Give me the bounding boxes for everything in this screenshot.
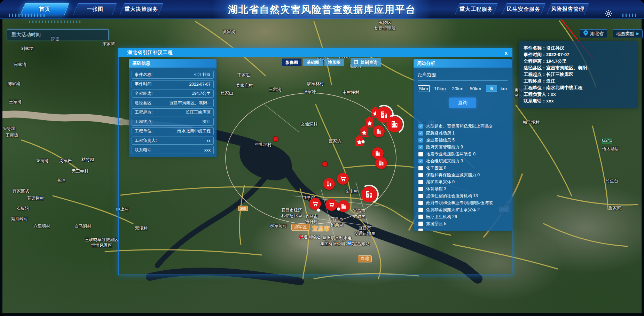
- checkbox[interactable]: ✓: [418, 145, 423, 149]
- checkbox[interactable]: [418, 173, 423, 177]
- location-pin-icon: [583, 30, 588, 37]
- range-option[interactable]: 5km: [418, 85, 430, 92]
- event-info-row: 事件时间：2022-07-07: [524, 51, 633, 58]
- nav-tab[interactable]: 重大决策服务: [122, 3, 161, 15]
- category-label: 政府灾害管理能力 9: [426, 144, 463, 150]
- event-info-row: 联系电话：xxx: [524, 98, 633, 104]
- tab-label: 重大工程服务: [457, 3, 495, 15]
- category-list: ✓大型超市、百货店和亿元以上商品交✓应急避难场所 1✓企业基础信息 5✓政府灾害…: [418, 123, 512, 231]
- checkbox[interactable]: ✓: [418, 124, 423, 129]
- category-item[interactable]: 化工园区 0: [418, 164, 512, 171]
- info-row: 工程负责人:xx: [132, 137, 214, 145]
- category-label: 旅游景区 5: [426, 221, 446, 227]
- region-selector-label: 湖北省: [590, 31, 604, 37]
- category-label: 地震专业救援队伍与装备 0: [426, 151, 476, 157]
- checkbox[interactable]: [418, 180, 423, 184]
- custom-distance-input[interactable]: [486, 85, 497, 92]
- checkbox[interactable]: [418, 208, 423, 212]
- major-activity-time-box[interactable]: 重大活动时间: [7, 29, 109, 40]
- range-option[interactable]: 50km: [468, 85, 482, 92]
- info-row: 全程距离:194.7公里: [132, 90, 214, 98]
- category-item[interactable]: ✓应急避难场所 1: [418, 130, 512, 137]
- category-item[interactable]: 提供住宿的社会服务机构 13: [418, 192, 512, 199]
- event-info-row: 工程终点：汉江: [524, 78, 633, 84]
- category-label: 体育场馆 3: [426, 186, 446, 192]
- nav-tab[interactable]: 重大工程服务: [457, 3, 495, 15]
- field-label: 事件时间:: [135, 81, 152, 87]
- category-item[interactable]: 体育场馆 3: [418, 185, 512, 192]
- layer-button[interactable]: 地形图: [324, 59, 344, 66]
- checkbox[interactable]: [418, 194, 423, 198]
- page-title: 湖北省自然灾害风险普查数据库应用平台: [212, 0, 432, 19]
- category-item[interactable]: ✓政府灾害管理能力 9: [418, 144, 512, 151]
- range-option[interactable]: 20km: [450, 85, 465, 92]
- tab-label: 重大决策服务: [122, 3, 161, 15]
- checkbox[interactable]: [418, 187, 423, 191]
- layer-button[interactable]: 影像图: [282, 59, 301, 66]
- nav-decor-ticks-sub: [29, 21, 81, 23]
- nav-tab[interactable]: 民生安全服务: [504, 3, 543, 15]
- nav-tab[interactable]: 一张图: [76, 3, 115, 15]
- checkbox[interactable]: [418, 222, 423, 226]
- info-row: 工程终点:汉江: [132, 118, 214, 126]
- map-type-button[interactable]: 地图类型 ▶: [613, 29, 643, 38]
- event-info-row: 工程起点：长江三峡库区: [524, 71, 633, 78]
- event-info-row: 途径县区：宜昌市夷陵区、襄阳...: [524, 64, 633, 71]
- category-label: 尾矿库承灾体 0: [426, 179, 455, 185]
- region-selector-button[interactable]: 湖北省: [580, 29, 607, 38]
- category-label: 化工园区 0: [426, 165, 446, 171]
- info-row: 工程单位:南水北调中线工程: [132, 127, 214, 135]
- category-item[interactable]: 医疗卫生机构 26: [418, 213, 512, 220]
- tab-label: 一张图: [76, 3, 115, 15]
- draw-query-button[interactable]: 绘制查询: [351, 58, 381, 67]
- category-item[interactable]: 金属非金属露天矿山承灾体 2: [418, 206, 512, 213]
- tab-label: 风险报告管理: [549, 3, 587, 15]
- checkbox[interactable]: [418, 215, 423, 219]
- range-options-row: 5km10km20km50km km: [418, 85, 507, 92]
- checkbox[interactable]: [418, 201, 423, 205]
- range-option[interactable]: 10km: [433, 85, 447, 92]
- category-item[interactable]: [418, 227, 512, 231]
- category-item[interactable]: ✓大型超市、百货店和亿元以上商品交: [418, 123, 512, 130]
- checkbox[interactable]: [418, 229, 423, 231]
- category-label: 政府专职和企事业专职消防队伍与装: [426, 200, 493, 206]
- info-row: 联系电话:xxx: [132, 146, 214, 154]
- analysis-header: 周边分析: [414, 59, 512, 68]
- map-type-label: 地图类型: [616, 31, 634, 37]
- basic-info-header: 基础信息: [129, 59, 217, 68]
- nav-tab[interactable]: 风险报告管理: [549, 3, 587, 15]
- checkbox[interactable]: ✓: [418, 159, 423, 163]
- info-row: 事件名称:引江补汉: [132, 71, 214, 79]
- category-item[interactable]: 政府专职和企事业专职消防队伍与装: [418, 199, 512, 206]
- draw-rect-icon: [354, 60, 359, 65]
- analysis-panel: 周边分析 距离范围 5km10km20km50km km 查询 ✓大型超市、百货…: [414, 59, 512, 231]
- category-label: 提供住宿的社会服务机构 13: [426, 193, 478, 199]
- category-item[interactable]: 尾矿库承灾体 0: [418, 178, 512, 185]
- checkbox[interactable]: ✓: [418, 138, 423, 142]
- category-item[interactable]: ✓社会组织减灾能力 3: [418, 157, 512, 164]
- field-label: 途径县区:: [135, 100, 152, 106]
- event-info-row: 工程负责人：xx: [524, 91, 633, 98]
- field-label: 工程负责人:: [135, 138, 157, 144]
- basic-info-panel: 基础信息 事件名称:引江补汉事件时间:2022-07-07全程距离:194.7公…: [129, 59, 217, 157]
- event-info-panel: 事件名称：引江补汉事件时间：2022-07-07全程距离：194.7公里途径县区…: [519, 41, 638, 108]
- modal-title: 湖北省引江补汉工程: [127, 49, 173, 56]
- nav-decor-ticks-right: [622, 14, 636, 17]
- category-item[interactable]: 地震专业救援队伍与装备 0: [418, 151, 512, 157]
- settings-gear-icon[interactable]: [605, 10, 612, 19]
- category-item[interactable]: 保险和再保险企业减灾能力 0: [418, 171, 512, 178]
- info-row: 工程起点:长江三峡库区: [132, 108, 214, 116]
- top-nav: 湖北省自然灾害风险普查数据库应用平台 首页一张图重大决策服务重大工程服务民生安全…: [0, 0, 644, 19]
- category-item[interactable]: ✓企业基础信息 5: [418, 137, 512, 144]
- query-button[interactable]: 查询: [449, 98, 476, 108]
- field-value: 引江补汉: [194, 72, 211, 78]
- event-info-row: 全程距离：194.7公里: [524, 58, 633, 64]
- checkbox[interactable]: [418, 166, 423, 170]
- event-info-row: 事件名称：引江补汉: [524, 45, 633, 51]
- layer-button[interactable]: 基础图: [303, 59, 323, 66]
- category-item[interactable]: 旅游景区 5: [418, 220, 512, 227]
- field-value: xx: [206, 138, 211, 143]
- checkbox[interactable]: ✓: [418, 131, 423, 136]
- checkbox[interactable]: [418, 152, 423, 156]
- close-icon[interactable]: x: [505, 50, 508, 55]
